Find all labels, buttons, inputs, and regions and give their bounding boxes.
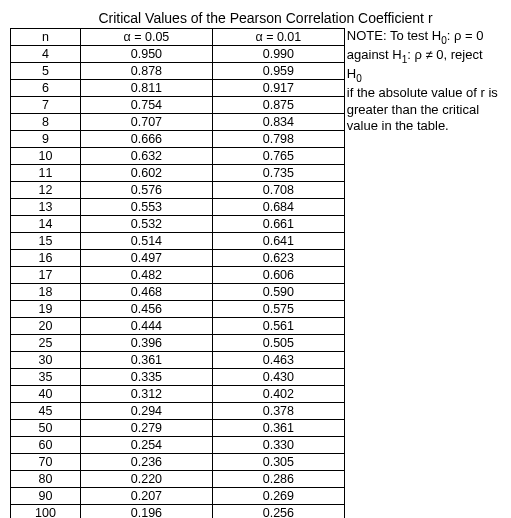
cell-a01: 0.875 bbox=[212, 97, 344, 114]
cell-a05: 0.666 bbox=[80, 131, 212, 148]
cell-n: 5 bbox=[11, 63, 81, 80]
table-row: 50.8780.959 bbox=[11, 63, 345, 80]
cell-n: 45 bbox=[11, 403, 81, 420]
cell-a01: 0.256 bbox=[212, 505, 344, 519]
table-row: 40.9500.990 bbox=[11, 46, 345, 63]
cell-n: 100 bbox=[11, 505, 81, 519]
cell-a01: 0.708 bbox=[212, 182, 344, 199]
table-row: 160.4970.623 bbox=[11, 250, 345, 267]
cell-n: 25 bbox=[11, 335, 81, 352]
cell-a01: 0.641 bbox=[212, 233, 344, 250]
cell-n: 14 bbox=[11, 216, 81, 233]
cell-a05: 0.456 bbox=[80, 301, 212, 318]
table-row: 500.2790.361 bbox=[11, 420, 345, 437]
cell-n: 20 bbox=[11, 318, 81, 335]
table-row: 170.4820.606 bbox=[11, 267, 345, 284]
table-row: 80.7070.834 bbox=[11, 114, 345, 131]
cell-a01: 0.765 bbox=[212, 148, 344, 165]
table-row: 900.2070.269 bbox=[11, 488, 345, 505]
cell-a05: 0.220 bbox=[80, 471, 212, 488]
table-row: 200.4440.561 bbox=[11, 318, 345, 335]
table-row: 130.5530.684 bbox=[11, 199, 345, 216]
cell-a05: 0.396 bbox=[80, 335, 212, 352]
table-header-row: n α = 0.05 α = 0.01 bbox=[11, 29, 345, 46]
table-row: 110.6020.735 bbox=[11, 165, 345, 182]
cell-n: 35 bbox=[11, 369, 81, 386]
cell-a01: 0.684 bbox=[212, 199, 344, 216]
cell-a05: 0.236 bbox=[80, 454, 212, 471]
cell-a01: 0.959 bbox=[212, 63, 344, 80]
cell-a01: 0.378 bbox=[212, 403, 344, 420]
cell-a05: 0.497 bbox=[80, 250, 212, 267]
cell-n: 90 bbox=[11, 488, 81, 505]
cell-a01: 0.361 bbox=[212, 420, 344, 437]
header-a05: α = 0.05 bbox=[80, 29, 212, 46]
cell-a01: 0.561 bbox=[212, 318, 344, 335]
table-row: 70.7540.875 bbox=[11, 97, 345, 114]
cell-a05: 0.707 bbox=[80, 114, 212, 131]
header-a01: α = 0.01 bbox=[212, 29, 344, 46]
cell-n: 11 bbox=[11, 165, 81, 182]
cell-a05: 0.514 bbox=[80, 233, 212, 250]
cell-a05: 0.335 bbox=[80, 369, 212, 386]
cell-a05: 0.754 bbox=[80, 97, 212, 114]
table-row: 90.6660.798 bbox=[11, 131, 345, 148]
table-row: 60.8110.917 bbox=[11, 80, 345, 97]
table-row: 150.5140.641 bbox=[11, 233, 345, 250]
cell-a05: 0.207 bbox=[80, 488, 212, 505]
page-title: Critical Values of the Pearson Correlati… bbox=[10, 10, 501, 26]
cell-n: 8 bbox=[11, 114, 81, 131]
cell-a01: 0.590 bbox=[212, 284, 344, 301]
cell-n: 70 bbox=[11, 454, 81, 471]
cell-a01: 0.575 bbox=[212, 301, 344, 318]
cell-a05: 0.576 bbox=[80, 182, 212, 199]
table-row: 1000.1960.256 bbox=[11, 505, 345, 519]
cell-a05: 0.532 bbox=[80, 216, 212, 233]
cell-a01: 0.917 bbox=[212, 80, 344, 97]
cell-a05: 0.196 bbox=[80, 505, 212, 519]
cell-n: 80 bbox=[11, 471, 81, 488]
cell-n: 60 bbox=[11, 437, 81, 454]
cell-a01: 0.623 bbox=[212, 250, 344, 267]
table-row: 600.2540.330 bbox=[11, 437, 345, 454]
table-row: 300.3610.463 bbox=[11, 352, 345, 369]
table-row: 800.2200.286 bbox=[11, 471, 345, 488]
cell-a01: 0.990 bbox=[212, 46, 344, 63]
cell-a05: 0.294 bbox=[80, 403, 212, 420]
cell-a05: 0.553 bbox=[80, 199, 212, 216]
cell-a01: 0.286 bbox=[212, 471, 344, 488]
table-row: 190.4560.575 bbox=[11, 301, 345, 318]
cell-a01: 0.606 bbox=[212, 267, 344, 284]
cell-a05: 0.444 bbox=[80, 318, 212, 335]
cell-a05: 0.811 bbox=[80, 80, 212, 97]
cell-n: 17 bbox=[11, 267, 81, 284]
header-n: n bbox=[11, 29, 81, 46]
cell-n: 13 bbox=[11, 199, 81, 216]
cell-a01: 0.834 bbox=[212, 114, 344, 131]
table-row: 180.4680.590 bbox=[11, 284, 345, 301]
cell-a01: 0.735 bbox=[212, 165, 344, 182]
cell-n: 10 bbox=[11, 148, 81, 165]
table-row: 400.3120.402 bbox=[11, 386, 345, 403]
cell-a01: 0.305 bbox=[212, 454, 344, 471]
cell-n: 30 bbox=[11, 352, 81, 369]
cell-n: 50 bbox=[11, 420, 81, 437]
cell-a05: 0.602 bbox=[80, 165, 212, 182]
cell-a01: 0.505 bbox=[212, 335, 344, 352]
table-row: 120.5760.708 bbox=[11, 182, 345, 199]
cell-n: 16 bbox=[11, 250, 81, 267]
cell-n: 18 bbox=[11, 284, 81, 301]
cell-a01: 0.463 bbox=[212, 352, 344, 369]
table-row: 450.2940.378 bbox=[11, 403, 345, 420]
cell-a01: 0.330 bbox=[212, 437, 344, 454]
cell-a01: 0.798 bbox=[212, 131, 344, 148]
cell-n: 40 bbox=[11, 386, 81, 403]
cell-a01: 0.661 bbox=[212, 216, 344, 233]
critical-values-table: n α = 0.05 α = 0.01 40.9500.99050.8780.9… bbox=[10, 28, 345, 518]
table-row: 350.3350.430 bbox=[11, 369, 345, 386]
note-text: NOTE: To test H0: ρ = 0 against H1: ρ ≠ … bbox=[345, 28, 501, 134]
cell-a05: 0.279 bbox=[80, 420, 212, 437]
cell-a01: 0.402 bbox=[212, 386, 344, 403]
cell-a05: 0.361 bbox=[80, 352, 212, 369]
cell-n: 9 bbox=[11, 131, 81, 148]
